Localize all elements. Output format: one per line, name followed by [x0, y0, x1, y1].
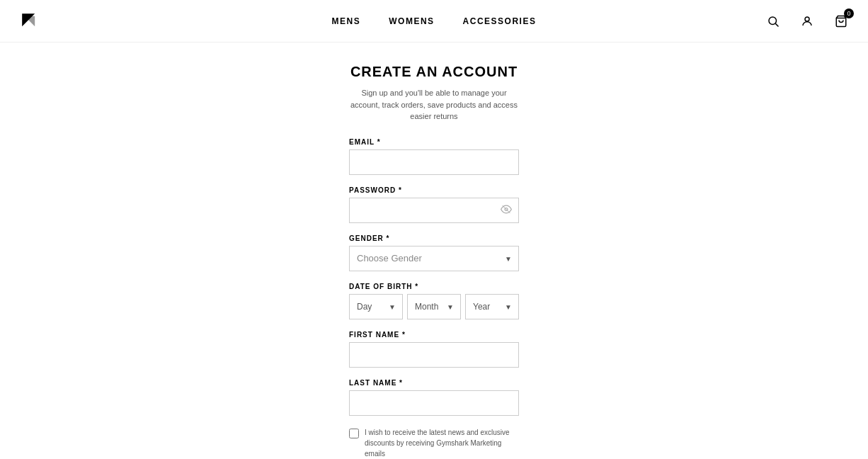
logo[interactable]	[17, 8, 42, 34]
first-name-label: FIRST NAME *	[349, 331, 519, 339]
last-name-label: LAST NAME *	[349, 379, 519, 387]
header-icons: 0	[763, 11, 851, 31]
dob-day-select[interactable]: Day	[349, 294, 403, 319]
page-title: CREATE AN ACCOUNT	[349, 64, 519, 80]
first-name-input[interactable]	[349, 342, 519, 368]
marketing-label: I wish to receive the latest news and ex…	[365, 427, 519, 459]
cart-icon[interactable]: 0	[831, 11, 851, 31]
nav-accessories[interactable]: ACCESSORIES	[463, 16, 537, 26]
cart-count: 0	[844, 8, 854, 18]
dob-year-select[interactable]: Year	[465, 294, 519, 319]
dob-month-select[interactable]: Month	[407, 294, 461, 319]
nav-womens[interactable]: WOMENS	[389, 16, 434, 26]
gender-select-wrapper: Choose Gender Male Female Non-binary Pre…	[349, 246, 519, 271]
page-subtitle: Sign up and you'll be able to manage you…	[349, 87, 519, 123]
site-header: MENS WOMENS ACCESSORIES 0	[0, 0, 868, 42]
first-name-field-group: FIRST NAME *	[349, 331, 519, 368]
last-name-input[interactable]	[349, 390, 519, 416]
main-content: CREATE AN ACCOUNT Sign up and you'll be …	[0, 42, 868, 459]
marketing-checkbox-group: I wish to receive the latest news and ex…	[349, 427, 519, 459]
main-nav: MENS WOMENS ACCESSORIES	[332, 16, 537, 26]
dob-month-wrapper: Month ▼	[407, 294, 461, 319]
nav-mens[interactable]: MENS	[332, 16, 361, 26]
svg-point-4	[805, 17, 809, 21]
svg-line-3	[775, 23, 778, 26]
email-label: EMAIL *	[349, 138, 519, 146]
dob-row: Day ▼ Month ▼ Year ▼	[349, 294, 519, 319]
dob-label: DATE OF BIRTH *	[349, 283, 519, 290]
dob-year-wrapper: Year ▼	[465, 294, 519, 319]
marketing-checkbox[interactable]	[349, 429, 359, 438]
password-input[interactable]	[349, 198, 519, 223]
gender-field-group: GENDER * Choose Gender Male Female Non-b…	[349, 234, 519, 271]
email-input[interactable]	[349, 149, 519, 175]
search-icon[interactable]	[763, 11, 783, 31]
password-wrapper	[349, 198, 519, 223]
dob-day-wrapper: Day ▼	[349, 294, 403, 319]
last-name-field-group: LAST NAME *	[349, 379, 519, 416]
dob-field-group: DATE OF BIRTH * Day ▼ Month ▼ Year	[349, 283, 519, 319]
gender-select[interactable]: Choose Gender Male Female Non-binary Pre…	[349, 246, 519, 271]
toggle-password-icon[interactable]	[501, 203, 512, 217]
account-icon[interactable]	[797, 11, 817, 31]
gender-label: GENDER *	[349, 234, 519, 242]
svg-point-2	[769, 17, 777, 25]
password-field-group: PASSWORD *	[349, 186, 519, 223]
password-label: PASSWORD *	[349, 186, 519, 194]
create-account-form: CREATE AN ACCOUNT Sign up and you'll be …	[349, 64, 519, 459]
email-field-group: EMAIL *	[349, 138, 519, 175]
